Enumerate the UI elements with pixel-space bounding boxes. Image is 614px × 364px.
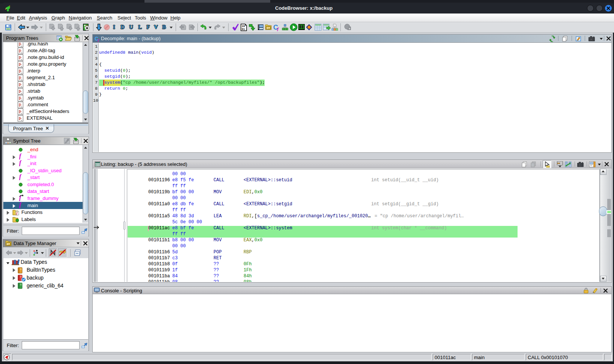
svg-text:f: f [98, 38, 99, 42]
svg-text:f: f [277, 26, 279, 31]
svg-text:DT: DT [267, 27, 271, 29]
svg-text:DT: DT [7, 243, 10, 245]
svg-text:10: 10 [242, 25, 245, 28]
svg-text:01: 01 [242, 28, 245, 31]
